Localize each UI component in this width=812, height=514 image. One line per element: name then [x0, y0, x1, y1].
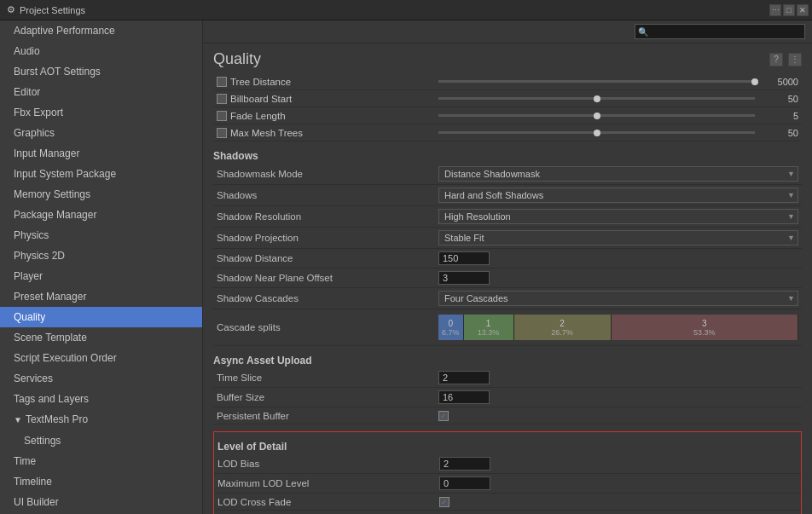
setting-label: LOD Bias	[214, 456, 436, 471]
setting-label: Shadow Near Plane Offset	[213, 270, 435, 286]
sidebar-item-time[interactable]: Time	[0, 451, 202, 471]
sidebar-item-physics[interactable]: Physics	[0, 225, 202, 245]
slider-checkbox-2[interactable]	[217, 111, 227, 121]
sidebar-item-preset-manager[interactable]: Preset Manager	[0, 286, 202, 307]
sidebar-item-label: Scene Template	[14, 332, 87, 344]
number-input-shadow-near-plane-offset[interactable]	[438, 271, 490, 285]
sidebar-item-label: Input Manager	[14, 147, 79, 159]
sidebar-item-label: Package Manager	[14, 209, 96, 221]
sidebar-item-input-manager[interactable]: Input Manager	[0, 143, 202, 164]
sidebar-item-graphics[interactable]: Graphics	[0, 123, 202, 143]
dropdown-shadow-resolution[interactable]: High Resolution	[438, 209, 798, 224]
sidebar-item-label: Preset Manager	[14, 291, 86, 303]
slider-checkbox-3[interactable]	[217, 128, 227, 138]
page-title: Quality	[213, 50, 261, 68]
slider-checkbox-1[interactable]	[217, 94, 227, 104]
setting-row-time-slice: Time Slice	[213, 368, 802, 388]
slider-row-tree-distance: Tree Distance5000	[213, 73, 802, 90]
sidebar-item-input-system-package[interactable]: Input System Package	[0, 164, 202, 184]
sidebar-item-textmesh-pro[interactable]: ▼TextMesh Pro	[0, 409, 202, 430]
sidebar-item-burst-aot-settings[interactable]: Burst AOT Settings	[0, 61, 202, 82]
number-input-shadow-distance[interactable]	[438, 251, 490, 265]
sidebar-item-editor[interactable]: Editor	[0, 82, 202, 102]
setting-row-buffer-size: Buffer Size	[213, 388, 802, 407]
settings-icon: ⚙	[7, 4, 15, 15]
lod-section-container: Level of Detail LOD BiasMaximum LOD Leve…	[203, 426, 812, 514]
sidebar-item-package-manager[interactable]: Package Manager	[0, 205, 202, 225]
number-input-time-slice[interactable]	[438, 371, 490, 384]
help-button[interactable]: ?	[769, 53, 783, 66]
content-area: 🔍 Quality ? ⋮ Tree Distance5000Billboard…	[203, 20, 812, 514]
setting-label: Shadow Distance	[213, 251, 435, 266]
dropdown-shadow-cascades[interactable]: Four Cascades	[438, 291, 798, 306]
maximize-button[interactable]: □	[783, 4, 795, 16]
checkbox-lod-cross-fade[interactable]	[439, 497, 450, 507]
slider-checkbox-0[interactable]	[217, 77, 227, 87]
sidebar-item-quality[interactable]: Quality	[0, 307, 202, 327]
lod-label: Level of Detail	[214, 436, 801, 454]
cascade-seg-0: 06.7%	[438, 315, 464, 340]
sidebar-item-label: Time	[14, 455, 36, 467]
sidebar-item-ui-builder[interactable]: UI Builder	[0, 492, 202, 512]
sidebar-item-adaptive-performance[interactable]: Adaptive Performance	[0, 20, 202, 41]
sidebar-item-label: Editor	[14, 86, 40, 98]
sidebar-item-label: Adaptive Performance	[14, 25, 115, 37]
sidebar-item-label: Tags and Layers	[14, 393, 89, 405]
cascade-seg-2: 226.7%	[514, 315, 612, 340]
sidebar: Adaptive PerformanceAudioBurst AOT Setti…	[0, 20, 203, 514]
setting-row-shadows: ShadowsHard and Soft Shadows▼	[213, 185, 802, 206]
title-bar-controls: ⋯ □ ✕	[769, 4, 809, 16]
slider-row-max-mesh-trees: Max Mesh Trees50	[213, 124, 802, 141]
sidebar-item-label: Physics	[14, 229, 49, 241]
shadows-label: Shadows	[213, 145, 802, 164]
sidebar-item-memory-settings[interactable]: Memory Settings	[0, 184, 202, 205]
slider-label: Billboard Start	[230, 94, 292, 104]
search-input[interactable]	[635, 24, 805, 39]
sidebar-item-physics-2d[interactable]: Physics 2D	[0, 245, 202, 266]
close-button[interactable]: ✕	[797, 4, 809, 16]
slider-track[interactable]	[438, 114, 755, 117]
number-input-lod-bias[interactable]	[439, 457, 490, 471]
sidebar-item-label: Timeline	[14, 476, 52, 488]
dropdown-shadow-projection[interactable]: Stable Fit	[438, 230, 798, 245]
dropdown-shadowmask-mode[interactable]: Distance Shadowmask	[438, 166, 798, 182]
minimize-button[interactable]: ⋯	[769, 4, 781, 16]
sidebar-item-label: Graphics	[14, 127, 55, 139]
cascade-pct: 6.7%	[442, 328, 460, 337]
setting-row-shadow-resolution: Shadow ResolutionHigh Resolution▼	[213, 206, 802, 228]
sidebar-item-scene-template[interactable]: Scene Template	[0, 327, 202, 348]
options-button[interactable]: ⋮	[788, 53, 802, 66]
cascade-bar: 06.7%113.3%226.7%353.3%	[438, 315, 798, 340]
sidebar-item-player[interactable]: Player	[0, 266, 202, 286]
sidebar-item-audio[interactable]: Audio	[0, 41, 202, 61]
slider-value: 50	[760, 128, 798, 138]
number-input-maximum-lod-level[interactable]	[439, 476, 490, 490]
sidebar-item-label: UI Builder	[14, 496, 59, 508]
sidebar-item-label: Script Execution Order	[14, 352, 117, 364]
sidebar-item-fbx-export[interactable]: Fbx Export	[0, 102, 202, 123]
title-bar: ⚙ Project Settings ⋯ □ ✕	[0, 0, 812, 20]
sidebar-item-tags-and-layers[interactable]: Tags and Layers	[0, 389, 202, 409]
slider-label: Tree Distance	[230, 77, 291, 87]
sidebar-item-settings[interactable]: Settings	[0, 430, 202, 451]
checkbox-persistent-buffer[interactable]	[438, 411, 449, 421]
number-input-buffer-size[interactable]	[438, 390, 490, 404]
lod-section: Level of Detail LOD BiasMaximum LOD Leve…	[213, 431, 802, 514]
sidebar-item-label: TextMesh Pro	[26, 413, 88, 425]
slider-thumb	[751, 78, 758, 85]
slider-track[interactable]	[438, 80, 755, 83]
slider-track[interactable]	[438, 131, 755, 134]
title-bar-text: Project Settings	[20, 5, 85, 15]
setting-label: Shadowmask Mode	[213, 166, 435, 182]
cascade-seg-1: 113.3%	[464, 315, 514, 340]
setting-row-maximum-lod-level: Maximum LOD Level	[214, 474, 801, 494]
sidebar-item-label: Memory Settings	[14, 188, 90, 200]
dropdown-shadows[interactable]: Hard and Soft Shadows	[438, 188, 798, 203]
slider-row-billboard-start: Billboard Start50	[213, 90, 802, 107]
title-bar-title: ⚙ Project Settings	[7, 4, 85, 15]
sidebar-item-services[interactable]: Services	[0, 368, 202, 389]
sidebar-item-timeline[interactable]: Timeline	[0, 471, 202, 492]
slider-track[interactable]	[438, 97, 755, 100]
setting-label: Shadow Cascades	[213, 291, 435, 306]
sidebar-item-script-execution-order[interactable]: Script Execution Order	[0, 348, 202, 368]
